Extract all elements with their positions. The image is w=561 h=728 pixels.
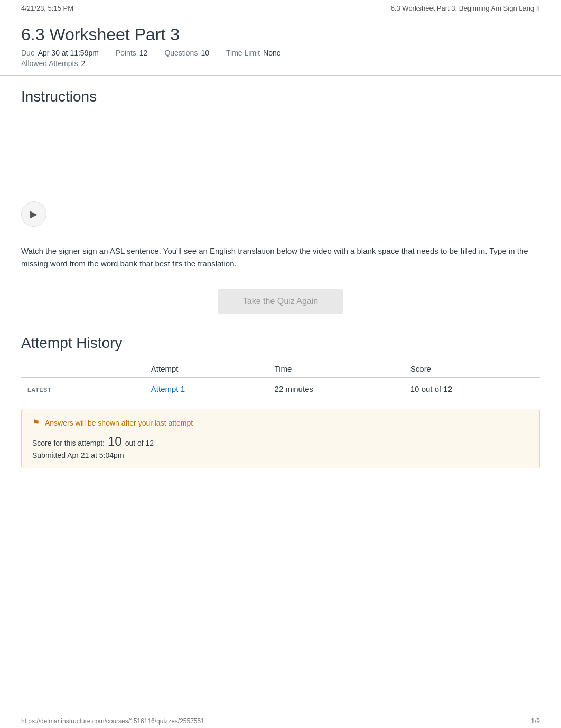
due-meta: Due Apr 30 at 11:59pm [21, 49, 99, 57]
col-header-attempt: Attempt [145, 360, 268, 378]
meta-row-2: Allowed Attempts 2 [21, 59, 540, 68]
footer-page-indicator: 1/9 [531, 717, 540, 725]
video-toggle-button[interactable]: ▶ [21, 201, 46, 227]
questions-meta: Questions 10 [164, 49, 209, 57]
timestamp: 4/21/23, 5:15 PM [21, 4, 73, 12]
attempt-history-section: Attempt History Attempt Time Score LATES… [0, 329, 561, 400]
time-limit-label: Time Limit [226, 49, 260, 57]
table-row: LATESTAttempt 122 minutes10 out of 12 [21, 378, 540, 400]
attempt-history-title: Attempt History [21, 335, 540, 352]
footer-bar: https://delmar.instructure.com/courses/1… [0, 714, 561, 728]
questions-value: 10 [201, 49, 209, 57]
allowed-attempts-value: 2 [81, 59, 85, 68]
allowed-attempts-label: Allowed Attempts [21, 59, 78, 68]
description-paragraph: Watch the signer sign an ASL sentence. Y… [21, 245, 540, 270]
due-value: Apr 30 at 11:59pm [38, 49, 99, 57]
answer-note-row: ⚑ Answers will be shown after your last … [32, 418, 529, 428]
score-row: Score for this attempt: 10 out of 12 [32, 434, 529, 449]
answer-icon: ⚑ [32, 418, 40, 428]
col-header-empty [21, 360, 145, 378]
attempt-score: 10 out of 12 [404, 378, 540, 400]
score-prefix: Score for this attempt: [32, 439, 105, 447]
col-header-time: Time [268, 360, 404, 378]
attempt-link[interactable]: Attempt 1 [151, 384, 185, 393]
points-label: Points [116, 49, 136, 57]
attempt-time: 22 minutes [268, 378, 404, 400]
score-suffix: out of 12 [125, 439, 154, 447]
top-bar: 4/21/23, 5:15 PM 6.3 Worksheet Part 3: B… [0, 0, 561, 16]
instructions-section: Instructions [0, 76, 561, 126]
points-meta: Points 12 [116, 49, 148, 57]
play-icon: ▶ [30, 208, 38, 220]
take-quiz-section: Take the Quiz Again [0, 279, 561, 329]
take-quiz-button[interactable]: Take the Quiz Again [218, 289, 343, 314]
footer-url: https://delmar.instructure.com/courses/1… [21, 717, 204, 725]
instructions-title: Instructions [21, 88, 540, 105]
meta-row-1: Due Apr 30 at 11:59pm Points 12 Question… [21, 49, 540, 57]
table-header-row: Attempt Time Score [21, 360, 540, 378]
video-placeholder: ▶ [21, 126, 540, 232]
col-header-score: Score [404, 360, 540, 378]
points-value: 12 [139, 49, 148, 57]
attempt-link-cell[interactable]: Attempt 1 [145, 378, 268, 400]
page-title: 6.3 Worksheet Part 3 [21, 25, 540, 44]
time-limit-meta: Time Limit None [226, 49, 281, 57]
attempt-table: Attempt Time Score LATESTAttempt 122 min… [21, 360, 540, 400]
time-limit-value: None [263, 49, 280, 57]
allowed-attempts-meta: Allowed Attempts 2 [21, 59, 85, 68]
questions-label: Questions [164, 49, 198, 57]
latest-badge: LATEST [21, 378, 145, 400]
submitted-text: Submitted Apr 21 at 5:04pm [32, 451, 529, 459]
answer-note-text: Answers will be shown after your last at… [45, 419, 193, 427]
due-label: Due [21, 49, 35, 57]
tab-title: 6.3 Worksheet Part 3: Beginning Am Sign … [391, 4, 540, 12]
description-text: Watch the signer sign an ASL sentence. Y… [0, 232, 561, 279]
answer-note-box: ⚑ Answers will be shown after your last … [21, 409, 540, 468]
score-number: 10 [108, 434, 122, 449]
page-title-section: 6.3 Worksheet Part 3 Due Apr 30 at 11:59… [0, 16, 561, 76]
